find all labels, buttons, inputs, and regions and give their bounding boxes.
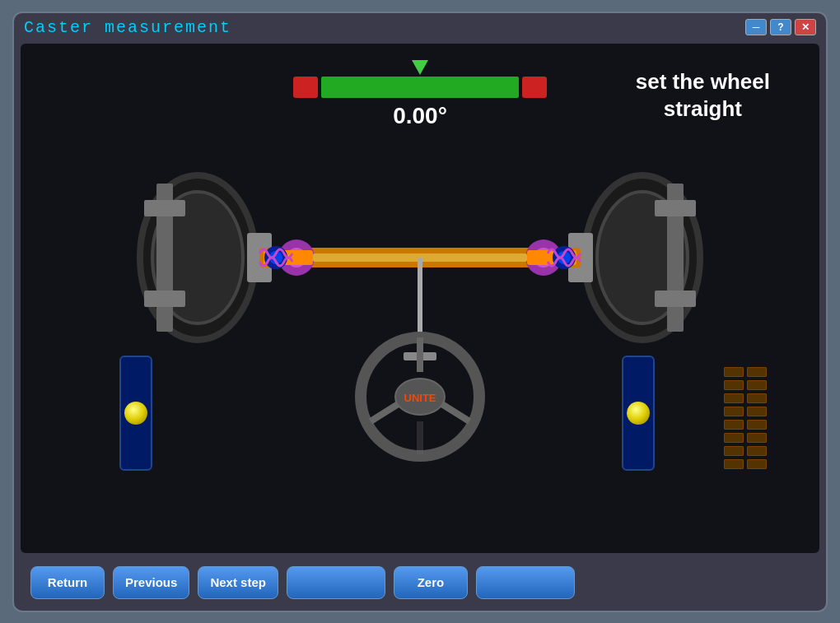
instruction-line1: set the wheel — [636, 68, 770, 96]
btn4-button[interactable] — [287, 566, 385, 599]
instruction-text: set the wheel straight — [636, 68, 770, 124]
svg-line-29 — [371, 403, 399, 421]
next-step-button[interactable]: Next step — [198, 566, 278, 599]
title-bar: Caster measurement ─ ? ✕ — [14, 13, 826, 42]
svg-rect-5 — [144, 291, 185, 307]
previous-button[interactable]: Previous — [113, 566, 189, 599]
gauge-green-bar — [321, 77, 519, 98]
help-button[interactable]: ? — [770, 19, 791, 35]
right-indicator-dot — [627, 402, 650, 425]
main-area: 0.00° set the wheel straight — [21, 44, 819, 553]
left-indicator-dot — [124, 402, 147, 425]
zero-button[interactable]: Zero — [394, 566, 468, 599]
minimize-button[interactable]: ─ — [745, 19, 767, 35]
window-title: Caster measurement — [24, 18, 231, 37]
close-button[interactable]: ✕ — [795, 19, 816, 35]
svg-line-30 — [441, 403, 469, 421]
svg-rect-4 — [144, 200, 185, 216]
svg-rect-10 — [655, 200, 696, 216]
svg-text:UNITE: UNITE — [404, 392, 436, 404]
window-controls: ─ ? ✕ — [745, 19, 816, 35]
gauge-arrow-icon — [412, 60, 428, 75]
gauge-bar-container — [293, 77, 547, 98]
svg-rect-11 — [655, 291, 696, 307]
return-button[interactable]: Return — [30, 566, 105, 599]
main-window: Caster measurement ─ ? ✕ 0.00° set the w… — [12, 12, 828, 612]
gauge-red-right — [522, 77, 547, 98]
grid-panel — [721, 364, 770, 471]
instruction-line2: straight — [636, 95, 770, 123]
steering-wheel: UNITE — [354, 331, 486, 463]
left-indicator-panel — [119, 356, 152, 471]
btn6-button[interactable] — [476, 566, 575, 599]
toolbar: Return Previous Next step Zero — [14, 555, 826, 611]
right-indicator-panel — [622, 356, 655, 471]
gauge-area: 0.00° — [293, 60, 547, 129]
gauge-red-left — [293, 77, 318, 98]
